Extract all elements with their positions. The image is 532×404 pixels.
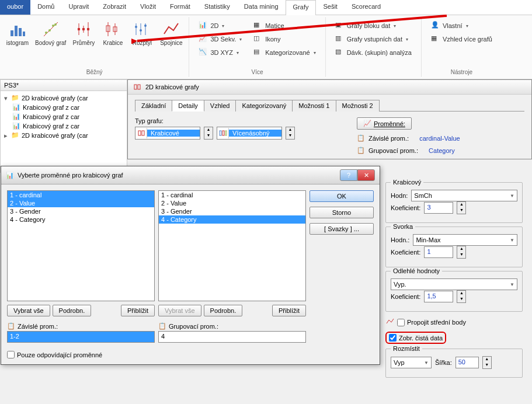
whisker-hodn-select[interactable]: Min-Max▼ (413, 234, 517, 246)
expand-icon[interactable]: ▸ (3, 132, 9, 140)
rozmistit-mode[interactable]: Vyp▼ (391, 357, 432, 368)
btn-zoom-1[interactable]: Přiblížit (121, 305, 155, 316)
ribbon-group-tools: 👤Vlastní▾ ▦Vzhled více grafů Nástroje (422, 18, 502, 76)
menu-domu[interactable]: Domů (30, 0, 61, 15)
whisker-koef-input[interactable]: 1 (424, 246, 453, 258)
chk-connect-input[interactable] (397, 319, 405, 326)
ribbon-davk[interactable]: ▧Dávk. (skupin) analýza (333, 47, 414, 58)
menu-statistiky[interactable]: Statistiky (197, 0, 237, 15)
outliers-koef-input[interactable]: 1,5 (424, 291, 453, 302)
rozmistit-width-label: Šířka: (435, 359, 452, 366)
ribbon-variance[interactable]: Rozptyl (128, 19, 156, 48)
tab-kategorizovany[interactable]: Kategorizovaný (235, 100, 293, 112)
bundles-button[interactable]: [ Svazky ] ... (310, 223, 374, 235)
menu-datamining[interactable]: Data mining (237, 0, 286, 15)
combo-typ1[interactable]: Krabicové (135, 127, 200, 140)
btn-selectall-2[interactable]: Vybrat vše (158, 305, 201, 316)
list-col-2: 1 - cardinal 2 - Value 3 - Gender 4 - Ca… (158, 190, 306, 358)
ribbon-2d[interactable]: 📊2D▾ (196, 20, 244, 32)
listbox-1[interactable]: 1 - cardinal 2 - Value 3 - Gender 4 - Ca… (7, 190, 155, 301)
tree-folder-1[interactable]: ▾📁2D krabicové grafy (car (2, 93, 126, 103)
svg-rect-13 (82, 28, 85, 30)
ribbon-lines[interactable]: Spojnice (157, 19, 185, 48)
fieldset-svorka: Svorka Hodn.:Min-Max▼ Koeficient:1▲▼ (385, 227, 523, 267)
ribbon-3dxyz[interactable]: 📉3D XYZ▾ (196, 47, 244, 58)
ribbon-vlastni[interactable]: 👤Vlastní▾ (429, 20, 495, 32)
menu-format[interactable]: Formát (163, 0, 197, 15)
list-item[interactable]: 1 - cardinal (159, 191, 305, 199)
list-item[interactable]: 3 - Gender (159, 207, 305, 215)
chk-rawdata[interactable]: Zobr. čistá data (389, 334, 443, 342)
tab-detaily[interactable]: Detaily (172, 100, 204, 112)
spin-typ1[interactable]: ▲▼ (204, 127, 213, 140)
close-button[interactable]: ✕ (357, 169, 375, 181)
spin-box-koef[interactable]: ▲▼ (457, 201, 466, 214)
ribbon-vzhled[interactable]: ▦Vzhled více grafů (429, 33, 495, 45)
list-item[interactable]: 1 - cardinal (8, 191, 154, 199)
chk-only-matching[interactable]: Pouze odpovídající proměnné (7, 351, 155, 358)
tree-item-3[interactable]: 📊Krabicový graf z car (2, 121, 126, 131)
dep-field-input[interactable]: 1-2 (7, 331, 155, 343)
btn-details-1[interactable]: Podrobn. (53, 305, 92, 316)
ribbon-scatter[interactable]: Bodový graf (33, 19, 68, 48)
grp-value[interactable]: Category (429, 147, 455, 154)
list-item[interactable]: 2 - Value (8, 199, 154, 207)
box-koef-input[interactable]: 3 (424, 202, 453, 214)
dep-value[interactable]: cardinal-Value (419, 135, 460, 142)
grp-field-input[interactable]: 4 (158, 331, 306, 343)
btn-promenne[interactable]: 📈Proměnné: (357, 117, 412, 130)
menu-grafy[interactable]: Grafy (286, 0, 317, 15)
ribbon-histogram[interactable]: istogram (4, 19, 32, 48)
spin-typ2[interactable]: ▲▼ (286, 127, 295, 140)
svg-point-23 (140, 29, 142, 32)
collapse-icon[interactable]: ▾ (3, 95, 9, 102)
spin-outliers-koef[interactable]: ▲▼ (457, 290, 466, 303)
ribbon-3dsekv[interactable]: 📈3D Sekv.▾ (196, 33, 244, 45)
list-item[interactable]: 4 - Category (8, 215, 154, 224)
list-item[interactable]: 2 - Value (159, 199, 305, 207)
btn-zoom-2[interactable]: Přiblížit (272, 305, 306, 316)
chk-only-matching-input[interactable] (7, 351, 15, 358)
menu-sesit[interactable]: Sešit (316, 0, 344, 15)
ribbon-grafy-bloku[interactable]: ▣Grafy bloku dat▾ (333, 20, 414, 32)
scatter-icon (41, 20, 60, 39)
user-icon: 👤 (431, 21, 440, 30)
ribbon-means[interactable]: Průměry (69, 19, 98, 48)
tabs: Základní Detaily Vzhled Kategorizovaný M… (135, 99, 524, 112)
chk-rawdata-input[interactable] (389, 334, 397, 342)
chk-connect[interactable]: Propojit střední body (385, 318, 523, 327)
tab-vzhled[interactable]: Vzhled (204, 100, 237, 112)
box-hodn-select[interactable]: SmCh▼ (411, 190, 517, 201)
cancel-button[interactable]: Storno (310, 207, 374, 218)
list-item[interactable]: 3 - Gender (8, 207, 154, 215)
listbox-2[interactable]: 1 - cardinal 2 - Value 3 - Gender 4 - Ca… (158, 190, 306, 301)
spin-whisker-koef[interactable]: ▲▼ (457, 246, 466, 259)
tab-zakladni[interactable]: Základní (135, 100, 172, 112)
menu-upravit[interactable]: Upravit (61, 0, 96, 15)
menu-soubor[interactable]: oubor (0, 0, 30, 15)
tab-moznosti1[interactable]: Možnosti 1 (292, 100, 336, 112)
box-koef-label: Koeficient: (391, 204, 420, 211)
help-button[interactable]: ? (340, 169, 357, 181)
tab-moznosti2[interactable]: Možnosti 2 (336, 100, 380, 112)
ribbon-grafy-vstupnich[interactable]: ▥Grafy vstupních dat▾ (333, 33, 414, 45)
spin-rozmistit[interactable]: ▲▼ (482, 356, 492, 369)
rozmistit-width-input[interactable]: 50 (455, 357, 479, 368)
tree-item-1[interactable]: 📊Krabicový graf z car (2, 103, 126, 112)
ok-button[interactable]: OK (310, 190, 374, 202)
block-icon: ▣ (335, 21, 345, 30)
ribbon-kategorizovane[interactable]: ▤Kategorizované▾ (251, 47, 318, 58)
tree-folder-2[interactable]: ▸📁2D krabicové grafy (car (2, 131, 126, 140)
btn-selectall-1[interactable]: Vybrat vše (7, 305, 50, 316)
btn-details-2[interactable]: Podrobn. (204, 305, 243, 316)
ribbon-ikony[interactable]: ◫Ikony (251, 33, 318, 45)
menu-zobrazit[interactable]: Zobrazit (96, 0, 133, 15)
menu-scorecard[interactable]: Scorecard (345, 0, 388, 15)
tree-item-2[interactable]: 📊Krabicový graf z car (2, 112, 126, 121)
ribbon-boxplot[interactable]: Krabice (99, 19, 127, 48)
outliers-mode-select[interactable]: Vyp.▼ (391, 278, 517, 290)
ribbon-matice[interactable]: ▦Matice (251, 20, 318, 32)
list-item[interactable]: 4 - Category (159, 215, 305, 224)
combo-typ2[interactable]: Vícenásobný (217, 127, 282, 140)
menu-vlozit[interactable]: Vložit (133, 0, 163, 15)
